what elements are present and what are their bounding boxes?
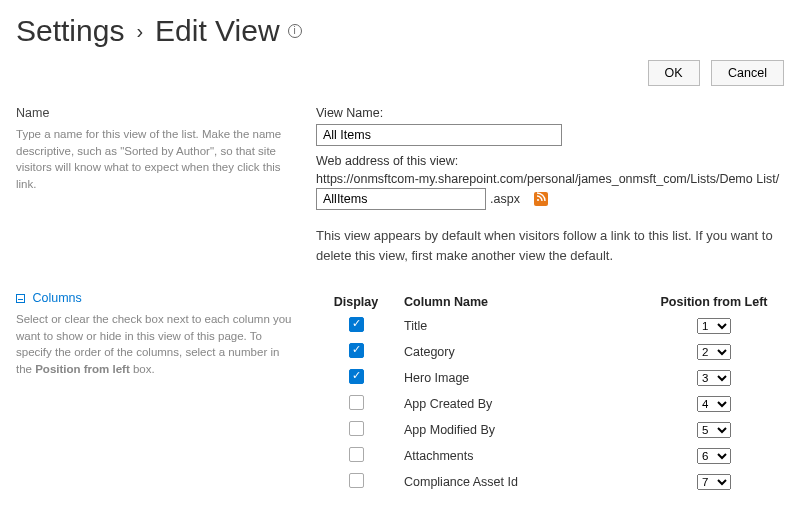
column-name-cell: Category <box>396 339 644 365</box>
th-position: Position from Left <box>644 291 784 313</box>
position-select[interactable]: 6 <box>697 448 731 464</box>
rss-icon[interactable] <box>534 192 548 206</box>
column-name-cell: Hero Image <box>396 365 644 391</box>
display-checkbox[interactable] <box>349 343 364 358</box>
columns-section-heading[interactable]: Columns <box>16 291 292 305</box>
columns-table: Display Column Name Position from Left T… <box>316 291 784 495</box>
display-checkbox[interactable] <box>349 317 364 332</box>
web-address-prefix: https://onmsftcom-my.sharepoint.com/pers… <box>316 172 784 186</box>
column-name-cell: Compliance Asset Id <box>396 469 644 495</box>
collapse-icon <box>16 294 25 303</box>
default-view-note: This view appears by default when visito… <box>316 226 776 265</box>
table-row: App Created By4 <box>316 391 784 417</box>
ok-button[interactable]: OK <box>648 60 700 86</box>
breadcrumb: Settings › Edit View i <box>16 14 784 48</box>
info-icon[interactable]: i <box>288 24 302 38</box>
table-row: Category2 <box>316 339 784 365</box>
position-select[interactable]: 7 <box>697 474 731 490</box>
web-address-input[interactable] <box>316 188 486 210</box>
name-section-heading: Name <box>16 106 292 120</box>
web-address-label: Web address of this view: <box>316 154 784 168</box>
columns-section-help: Select or clear the check box next to ea… <box>16 311 292 378</box>
breadcrumb-current: Edit View <box>155 14 280 48</box>
position-select[interactable]: 1 <box>697 318 731 334</box>
table-row: Attachments6 <box>316 443 784 469</box>
position-select[interactable]: 2 <box>697 344 731 360</box>
display-checkbox[interactable] <box>349 369 364 384</box>
position-select[interactable]: 4 <box>697 396 731 412</box>
web-address-suffix: .aspx <box>490 192 520 206</box>
position-select[interactable]: 5 <box>697 422 731 438</box>
th-column-name: Column Name <box>396 291 644 313</box>
table-row: App Modified By5 <box>316 417 784 443</box>
chevron-right-icon: › <box>136 20 143 43</box>
name-section-help: Type a name for this view of the list. M… <box>16 126 292 193</box>
column-name-cell: App Created By <box>396 391 644 417</box>
breadcrumb-root[interactable]: Settings <box>16 14 124 48</box>
th-display: Display <box>316 291 396 313</box>
display-checkbox[interactable] <box>349 421 364 436</box>
table-row: Compliance Asset Id7 <box>316 469 784 495</box>
cancel-button[interactable]: Cancel <box>711 60 784 86</box>
view-name-label: View Name: <box>316 106 784 120</box>
column-name-cell: App Modified By <box>396 417 644 443</box>
position-select[interactable]: 3 <box>697 370 731 386</box>
display-checkbox[interactable] <box>349 473 364 488</box>
display-checkbox[interactable] <box>349 395 364 410</box>
table-row: Hero Image3 <box>316 365 784 391</box>
display-checkbox[interactable] <box>349 447 364 462</box>
table-row: Title1 <box>316 313 784 339</box>
view-name-input[interactable] <box>316 124 562 146</box>
column-name-cell: Attachments <box>396 443 644 469</box>
svg-point-0 <box>537 199 539 201</box>
column-name-cell: Title <box>396 313 644 339</box>
